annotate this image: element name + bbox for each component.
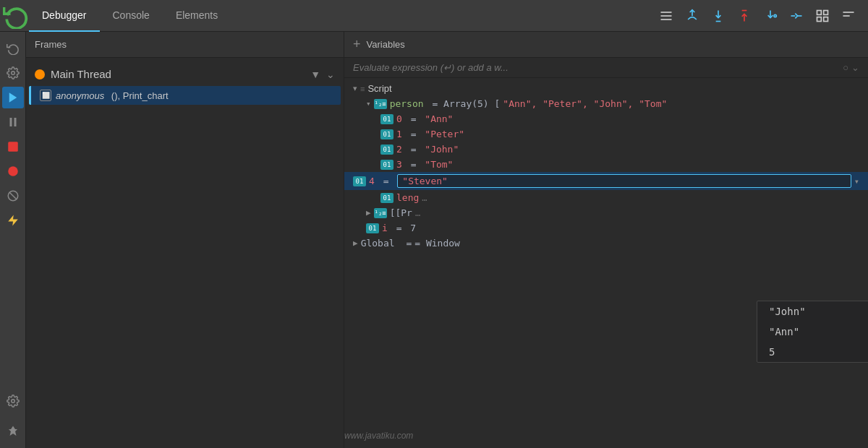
dropdown-item-2[interactable]: 5 — [757, 342, 868, 362]
continue-icon[interactable] — [760, 5, 781, 27]
svg-point-8 — [774, 14, 776, 17]
svg-rect-19 — [9, 118, 12, 126]
main-thread-label: Main Thread — [51, 68, 305, 80]
toolbar-actions — [655, 5, 865, 27]
global-eq — [398, 238, 404, 249]
i-var-name: i — [382, 223, 388, 233]
eval-dropdown-icon[interactable]: ⌄ — [851, 62, 859, 73]
person-type-badge: ¹₂≡ — [374, 99, 387, 109]
deactivate-icon[interactable] — [786, 5, 807, 27]
svg-point-26 — [11, 400, 14, 403]
script-chevron[interactable]: ▾ — [353, 84, 357, 93]
global-label: Global — [361, 238, 395, 249]
proto-badge: ¹₂≡ — [374, 208, 387, 218]
frames-content: Main Thread ▼ ⌄ ⬜ anonymous (), Print_ch… — [26, 58, 344, 112]
frames-panel: Frames Main Thread ▼ ⌄ ⬜ anonymous (), P… — [26, 32, 344, 448]
proto-row: ▶ ¹₂≡ [[Pr … — [344, 205, 868, 220]
proto-chevron[interactable]: ▶ — [366, 208, 371, 217]
script-section-header: ▾ ≡ Script — [344, 81, 868, 96]
svg-rect-11 — [817, 10, 822, 14]
dropdown-item-0[interactable]: "John" — [757, 301, 868, 322]
proto-label: [[Pr — [390, 207, 412, 218]
refresh-icon[interactable] — [3, 0, 29, 32]
svg-rect-12 — [824, 10, 828, 14]
var-1-value: "Peter" — [425, 129, 464, 139]
var-row-0: 01 0 = "Ann" — [344, 111, 868, 126]
tab-elements[interactable]: Elements — [163, 0, 231, 32]
step-into-icon[interactable] — [707, 5, 729, 27]
script-section-name: Script — [367, 83, 391, 94]
slash-icon[interactable] — [2, 185, 24, 207]
var-2-eq: = — [405, 144, 422, 155]
svg-rect-20 — [14, 118, 16, 126]
refresh-side-icon[interactable] — [2, 38, 24, 59]
var-4-dropdown-arrow[interactable]: ▾ — [854, 176, 859, 186]
play-icon[interactable] — [2, 87, 24, 108]
eval-input[interactable] — [353, 62, 843, 73]
svg-rect-13 — [817, 17, 822, 21]
pause-icon[interactable] — [2, 111, 24, 133]
i-eq: = — [391, 223, 407, 233]
var-4-edit-input[interactable] — [397, 174, 851, 188]
var-1-index: 1 — [396, 129, 402, 139]
person-chevron[interactable]: ▾ — [366, 99, 371, 108]
var-1-badge: 01 — [380, 129, 393, 139]
lightning-icon[interactable] — [2, 210, 24, 231]
vars-tree: ▾ ≡ Script ▾ ¹₂≡ person = Array(5) [ "An… — [344, 78, 868, 448]
var-1-eq: = — [405, 129, 422, 139]
i-badge: 01 — [366, 223, 379, 233]
add-watch-icon[interactable]: + — [353, 37, 361, 52]
step-over-icon[interactable] — [681, 5, 703, 27]
thread-dropdown-icon[interactable]: ⌄ — [326, 69, 335, 80]
var-3-value: "Tom" — [425, 159, 453, 170]
svg-point-17 — [11, 72, 14, 75]
breakpoints-icon[interactable] — [2, 160, 24, 182]
anonymous-frame-row[interactable]: ⬜ anonymous (), Print_chart — [29, 86, 341, 105]
step-out-icon[interactable] — [733, 5, 755, 27]
menu-icon[interactable] — [655, 5, 677, 27]
global-chevron[interactable]: ▶ — [353, 238, 358, 248]
var-0-eq: = — [405, 113, 422, 124]
var-2-index: 2 — [396, 144, 402, 155]
settings-side-icon[interactable] — [2, 62, 24, 84]
more-icon[interactable] — [838, 5, 859, 27]
frames-title: Frames — [35, 39, 67, 50]
gear-icon[interactable] — [2, 390, 24, 412]
svg-rect-21 — [8, 142, 18, 152]
length-row: 01 leng … — [344, 190, 868, 205]
global-eq2: = — [406, 238, 412, 249]
eval-options-icon[interactable]: ○ — [843, 62, 848, 73]
person-equals: = Array(5) [ — [427, 98, 501, 109]
side-icons — [0, 32, 26, 448]
variables-panel: + Variables ○ ⌄ ▾ ≡ Script ▾ ¹₂≡ person — [344, 32, 868, 448]
stop-icon[interactable] — [2, 136, 24, 158]
person-var-row: ▾ ¹₂≡ person = Array(5) [ "Ann", "Peter"… — [344, 96, 868, 111]
tab-debugger[interactable]: Debugger — [29, 0, 100, 32]
length-badge: 01 — [380, 193, 393, 203]
var-0-badge: 01 — [380, 114, 393, 124]
proto-dots: … — [415, 208, 420, 218]
anonymous-text: anonymous — [56, 90, 104, 101]
dropdown-popup: "John" "Ann" 5 — [757, 301, 868, 363]
tab-console[interactable]: Console — [100, 0, 163, 32]
variables-title: Variables — [367, 39, 405, 50]
var-3-eq: = — [405, 159, 422, 170]
filter-icon[interactable]: ▼ — [310, 69, 320, 80]
var-row-4-selected[interactable]: 01 4 = ▾ — [344, 172, 868, 190]
main-layout: Frames Main Thread ▼ ⌄ ⬜ anonymous (), P… — [0, 32, 868, 448]
pin-icon[interactable] — [2, 421, 24, 442]
var-row-1: 01 1 = "Peter" — [344, 126, 868, 142]
dropdown-item-1[interactable]: "Ann" — [757, 322, 868, 342]
person-preview: "Ann", "Peter", "John", "Tom" — [503, 98, 667, 109]
script-icon: ≡ — [360, 85, 365, 93]
grid-icon[interactable] — [812, 5, 833, 27]
var-0-index: 0 — [396, 113, 402, 124]
toolbar: Debugger Console Elements — [0, 0, 868, 32]
thread-status-dot — [35, 69, 45, 79]
eval-bar: ○ ⌄ — [344, 58, 868, 78]
person-var-name: person — [390, 98, 424, 109]
i-var-row: 01 i = 7 — [344, 220, 868, 236]
var-row-2: 01 2 = "John" — [344, 142, 868, 157]
var-2-badge: 01 — [380, 145, 393, 155]
frames-header: Frames — [26, 32, 344, 58]
